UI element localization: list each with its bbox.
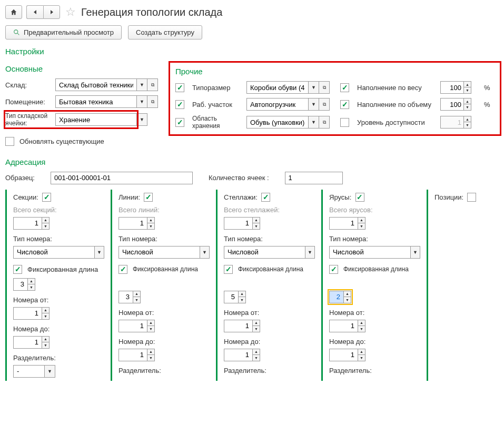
warehouse-input[interactable]	[55, 78, 137, 91]
spinner-up[interactable]: ▲	[464, 116, 471, 122]
room-input[interactable]	[55, 95, 137, 108]
typesize-label: Типоразмер	[192, 84, 242, 92]
to-label: Номера до:	[224, 338, 315, 346]
fill-weight-checkbox[interactable]	[340, 83, 349, 92]
from-input-1[interactable]	[13, 307, 42, 320]
forward-button[interactable]	[43, 5, 60, 19]
total-racks-input[interactable]	[224, 217, 253, 230]
total-tiers-label: Всего ярусов:	[329, 206, 420, 214]
to-input-1[interactable]	[13, 336, 42, 349]
favorite-star-icon[interactable]: ☆	[64, 6, 77, 18]
lines-checkbox[interactable]	[144, 193, 153, 202]
spinner-up[interactable]: ▲	[464, 82, 471, 87]
access-level-label: Уровень доступности	[357, 119, 436, 126]
count-input[interactable]	[285, 172, 343, 184]
sections-checkbox[interactable]	[42, 193, 51, 202]
workarea-checkbox[interactable]	[175, 100, 184, 109]
sample-input[interactable]	[51, 172, 193, 184]
room-open-btn[interactable]: ⧉	[147, 95, 158, 108]
storagearea-open-btn[interactable]: ⧉	[319, 116, 330, 129]
workarea-open-btn[interactable]: ⧉	[319, 98, 330, 111]
update-existing-checkbox[interactable]	[5, 137, 14, 146]
fill-volume-input[interactable]	[440, 98, 464, 111]
spinner-down[interactable]: ▼	[464, 87, 471, 93]
typesize-open-btn[interactable]: ⧉	[319, 81, 330, 94]
fixed-len-checkbox-4[interactable]	[329, 265, 338, 274]
num-type-input-1[interactable]	[13, 246, 95, 259]
total-sections-input[interactable]	[13, 217, 42, 230]
fixed-len-input-4[interactable]	[329, 291, 344, 303]
other-section-heading: Прочие	[175, 67, 495, 76]
from-input-3[interactable]	[224, 320, 253, 332]
total-tiers-input[interactable]	[329, 217, 358, 230]
addressing-heading: Адресация	[5, 157, 499, 166]
from-input-2[interactable]	[118, 320, 147, 332]
num-type-input-2[interactable]	[118, 246, 200, 259]
num-type-input-4[interactable]	[329, 246, 411, 259]
cell-type-label: Тип складской ячейки:	[5, 112, 55, 127]
workarea-dropdown-btn[interactable]: ▼	[309, 98, 319, 111]
workarea-input[interactable]	[246, 98, 309, 111]
dropdown-btn[interactable]: ▼	[411, 246, 420, 259]
storagearea-dropdown-btn[interactable]: ▼	[309, 116, 319, 129]
fixed-len-checkbox-1[interactable]	[13, 265, 22, 274]
typesize-dropdown-btn[interactable]: ▼	[309, 81, 319, 94]
warehouse-dropdown-btn[interactable]: ▼	[137, 78, 147, 91]
access-level-checkbox[interactable]	[340, 118, 349, 127]
typesize-input[interactable]	[246, 81, 309, 94]
home-button[interactable]	[5, 5, 22, 19]
to-label: Номера до:	[118, 338, 210, 346]
from-label: Номера от:	[329, 309, 420, 317]
count-label: Количество ячеек :	[209, 174, 269, 182]
dropdown-btn[interactable]: ▼	[200, 246, 210, 259]
room-dropdown-btn[interactable]: ▼	[137, 95, 147, 108]
dropdown-btn[interactable]: ▼	[305, 246, 315, 259]
sections-label: Секции:	[13, 193, 38, 201]
spinner-up[interactable]: ▲	[464, 98, 471, 104]
total-lines-input[interactable]	[118, 217, 147, 230]
racks-checkbox[interactable]	[261, 193, 270, 202]
fixed-len-input-2[interactable]	[118, 291, 133, 303]
to-label: Номера до:	[329, 338, 420, 346]
fill-volume-checkbox[interactable]	[340, 100, 349, 109]
from-input-4[interactable]	[329, 320, 358, 332]
storagearea-input[interactable]	[246, 116, 309, 129]
typesize-checkbox[interactable]	[175, 83, 184, 92]
fixed-len-checkbox-2[interactable]	[118, 265, 127, 274]
room-label: Помещение:	[5, 98, 55, 106]
spinner-down[interactable]: ▼	[464, 104, 471, 110]
sample-label: Образец:	[5, 174, 35, 182]
from-label: Номера от:	[224, 309, 315, 317]
total-lines-label: Всего линий:	[118, 206, 210, 214]
storagearea-label: Область хранения	[192, 115, 242, 130]
fill-weight-input[interactable]	[440, 81, 464, 94]
cell-type-dropdown-btn[interactable]: ▼	[137, 113, 147, 126]
num-type-label: Тип номера:	[329, 235, 420, 243]
main-section-heading: Основные	[5, 64, 158, 73]
cell-type-input[interactable]	[55, 113, 137, 126]
total-racks-label: Всего стеллажей:	[224, 206, 315, 214]
preview-button[interactable]: Предварительный просмотр	[5, 25, 122, 40]
fixed-len-input-1[interactable]	[13, 278, 28, 291]
back-button[interactable]	[26, 5, 43, 19]
num-type-input-3[interactable]	[224, 246, 305, 259]
to-input-3[interactable]	[224, 349, 253, 361]
fixed-len-input-3[interactable]	[224, 291, 239, 303]
from-label: Номера от:	[118, 309, 210, 317]
percent-label-2: %	[484, 101, 495, 109]
fill-weight-label: Наполнение по весу	[357, 84, 436, 92]
dropdown-btn[interactable]: ▼	[95, 246, 104, 259]
racks-label: Стеллажи:	[224, 193, 258, 201]
separator-label: Разделитель:	[13, 354, 104, 362]
create-structure-button[interactable]: Создать структуру	[128, 25, 202, 40]
tiers-checkbox[interactable]	[355, 193, 364, 202]
fixed-len-checkbox-3[interactable]	[224, 265, 233, 274]
to-input-2[interactable]	[118, 349, 147, 361]
separator-input-1[interactable]	[13, 365, 45, 378]
storagearea-checkbox[interactable]	[175, 118, 184, 127]
warehouse-open-btn[interactable]: ⧉	[147, 78, 158, 91]
to-input-4[interactable]	[329, 349, 358, 361]
positions-checkbox[interactable]	[467, 193, 476, 202]
spinner-down[interactable]: ▼	[464, 122, 471, 128]
dropdown-btn[interactable]: ▼	[45, 365, 55, 378]
